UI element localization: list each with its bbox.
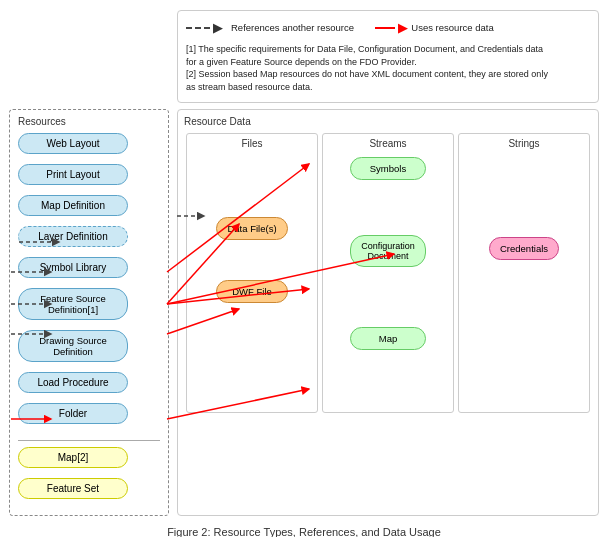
map-definition-row: Map Definition [18, 195, 160, 221]
resources-title: Resources [18, 116, 160, 127]
resource-data-section: Resource Data Files Data File(s) DWF Fil… [177, 109, 599, 516]
drawing-source-row: Drawing SourceDefinition [18, 330, 160, 367]
map-stream-item: Map [350, 327, 426, 350]
files-col-title: Files [241, 138, 262, 149]
dashed-legend-label: References another resource [231, 21, 354, 34]
print-layout-btn: Print Layout [18, 164, 128, 185]
map2-row: Map[2] [18, 447, 160, 473]
print-layout-row: Print Layout [18, 164, 160, 190]
load-procedure-row: Load Procedure [18, 372, 160, 398]
feature-source-row: Feature SourceDefinition[1] [18, 288, 160, 325]
map-definition-btn: Map Definition [18, 195, 128, 216]
strings-items: Credentials [489, 237, 559, 268]
map2-btn: Map[2] [18, 447, 128, 468]
dwf-file-item: DWF File [216, 280, 287, 303]
separator [18, 440, 160, 441]
config-doc-item: ConfigurationDocument [350, 235, 426, 267]
streams-items: Symbols ConfigurationDocument Map [350, 157, 426, 358]
symbol-library-row: Symbol Library [18, 257, 160, 283]
resources-panel: Resources Web Layout Print Layout Map De… [9, 109, 169, 516]
feature-set-btn: Feature Set [18, 478, 128, 499]
columns-container: Files Data File(s) DWF File Streams Symb… [184, 131, 592, 415]
strings-column: Strings Credentials [458, 133, 590, 413]
diagram-area: Resources Web Layout Print Layout Map De… [9, 109, 599, 516]
web-layout-btn: Web Layout [18, 133, 128, 154]
config-spacer: ConfigurationDocument [350, 235, 426, 267]
legend-note1: [1] The specific requirements for Data F… [186, 43, 590, 93]
streams-col-title: Streams [369, 138, 406, 149]
symbol-library-btn: Symbol Library [18, 257, 128, 278]
files-column: Files Data File(s) DWF File [186, 133, 318, 413]
streams-column: Streams Symbols ConfigurationDocument Ma… [322, 133, 454, 413]
symbols-item: Symbols [350, 157, 426, 180]
resource-data-title: Resource Data [184, 116, 592, 127]
dwf-spacer: DWF File [216, 280, 287, 303]
feature-set-row: Feature Set [18, 478, 160, 504]
files-items: Data File(s) DWF File [216, 217, 287, 311]
solid-legend-row: ▶ Uses resource data [375, 19, 493, 37]
feature-source-btn: Feature SourceDefinition[1] [18, 288, 128, 320]
dashed-line-indicator: ▶ [186, 19, 223, 37]
data-files-item: Data File(s) [216, 217, 287, 240]
folder-row: Folder [18, 403, 160, 429]
layer-definition-btn: Layer Definition [18, 226, 128, 247]
solid-legend-label: Uses resource data [411, 21, 493, 34]
map-spacer: Map [350, 327, 426, 350]
strings-col-title: Strings [508, 138, 539, 149]
figure-caption: Figure 2: Resource Types, References, an… [9, 526, 599, 537]
layer-definition-row: Layer Definition [18, 226, 160, 252]
load-procedure-btn: Load Procedure [18, 372, 128, 393]
web-layout-row: Web Layout [18, 133, 160, 159]
main-container: ▶ References another resource ▶ Uses res… [9, 10, 599, 537]
legend-panel: ▶ References another resource ▶ Uses res… [177, 10, 599, 103]
credentials-item: Credentials [489, 237, 559, 260]
legend-row-dashed: ▶ References another resource ▶ Uses res… [186, 19, 590, 37]
drawing-source-btn: Drawing SourceDefinition [18, 330, 128, 362]
folder-btn: Folder [18, 403, 128, 424]
